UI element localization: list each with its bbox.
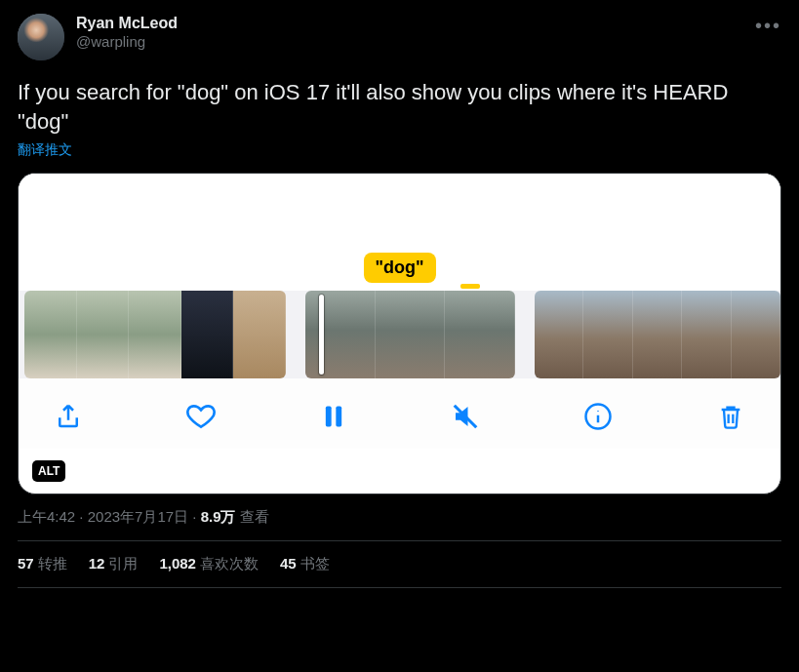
stat-likes[interactable]: 1,082喜欢次数 bbox=[159, 555, 259, 573]
meta-time[interactable]: 上午4:42 bbox=[18, 508, 75, 525]
meta-date[interactable]: 2023年7月17日 bbox=[88, 508, 188, 525]
stat-retweets[interactable]: 57转推 bbox=[18, 555, 67, 573]
views-label: 查看 bbox=[236, 508, 269, 525]
video-timeline[interactable] bbox=[19, 291, 780, 378]
heart-icon[interactable] bbox=[184, 400, 218, 433]
media-card[interactable]: "dog" bbox=[18, 173, 781, 494]
tweet-stats: 57转推 12引用 1,082喜欢次数 45书签 bbox=[18, 541, 781, 588]
tweet-header: Ryan McLeod @warpling ••• bbox=[18, 14, 781, 60]
pause-icon[interactable] bbox=[317, 400, 350, 433]
clip-thumbnail[interactable] bbox=[305, 291, 515, 378]
share-icon[interactable] bbox=[52, 400, 85, 433]
svg-rect-0 bbox=[325, 407, 331, 427]
handle: @warpling bbox=[76, 33, 178, 52]
tweet-meta: 上午4:42 · 2023年7月17日 · 8.9万 查看 bbox=[18, 508, 781, 541]
info-icon[interactable] bbox=[581, 400, 615, 433]
views-count: 8.9万 bbox=[201, 508, 236, 525]
highlight-label: "dog" bbox=[363, 253, 435, 283]
playhead[interactable] bbox=[319, 295, 324, 375]
tweet-text: If you search for "dog" on iOS 17 it'll … bbox=[18, 78, 781, 136]
clip-thumbnail[interactable] bbox=[24, 291, 286, 378]
mute-icon[interactable] bbox=[449, 400, 482, 433]
svg-rect-1 bbox=[336, 407, 341, 427]
more-icon[interactable]: ••• bbox=[755, 14, 781, 35]
stat-quotes[interactable]: 12引用 bbox=[89, 555, 139, 573]
tweet-container: Ryan McLeod @warpling ••• If you search … bbox=[0, 0, 799, 588]
highlight-tick bbox=[460, 284, 480, 289]
clip-thumbnail[interactable] bbox=[535, 291, 780, 378]
media-top: "dog" bbox=[19, 174, 780, 291]
avatar[interactable] bbox=[18, 14, 64, 60]
trash-icon[interactable] bbox=[714, 400, 747, 433]
alt-badge[interactable]: ALT bbox=[32, 460, 65, 482]
svg-point-5 bbox=[597, 411, 599, 413]
translate-link[interactable]: 翻译推文 bbox=[18, 141, 72, 159]
media-toolbar bbox=[19, 378, 780, 449]
stat-bookmarks[interactable]: 45书签 bbox=[280, 555, 330, 573]
author-names[interactable]: Ryan McLeod @warpling bbox=[76, 14, 178, 52]
display-name: Ryan McLeod bbox=[76, 14, 178, 33]
